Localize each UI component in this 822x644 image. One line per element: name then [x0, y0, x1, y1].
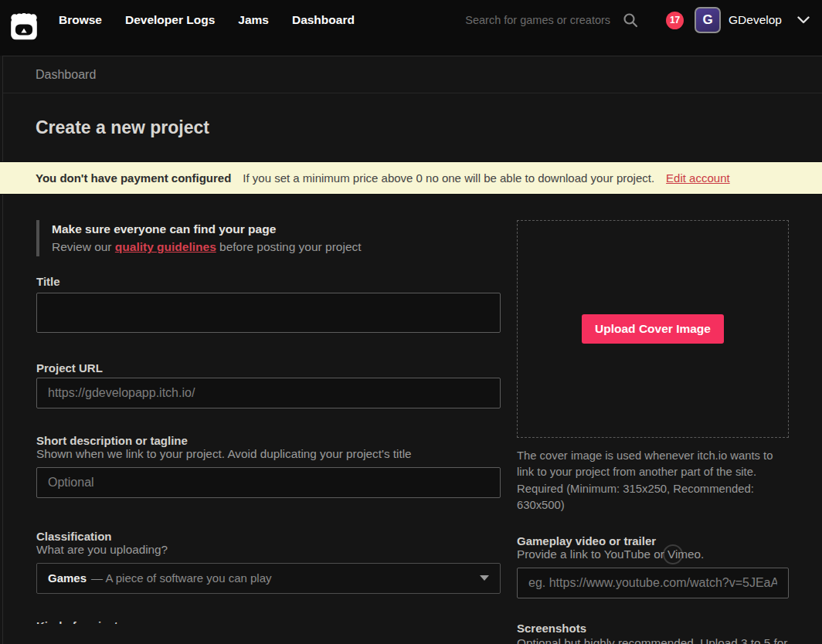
quality-note: Make sure everyone can find your page Re…	[36, 220, 501, 256]
project-url-label: Project URL	[36, 361, 501, 375]
page-title: Create a new project	[36, 117, 822, 138]
screenshots-label: Screenshots	[517, 622, 789, 635]
notification-badge[interactable]: 17	[666, 12, 684, 29]
screenshots-help: Optional but highly recommended. Upload …	[517, 636, 789, 644]
form-left-column: Make sure everyone can find your page Re…	[36, 220, 501, 644]
title-input[interactable]	[36, 293, 501, 333]
kind-of-project-section: Kind of project	[36, 619, 501, 624]
quality-note-subtitle: Review our quality guidelines before pos…	[52, 238, 501, 256]
chevron-down-icon[interactable]	[797, 16, 810, 24]
username-label[interactable]: GDevelop	[729, 13, 782, 27]
short-description-label: Short description or tagline	[36, 434, 501, 447]
edit-account-link[interactable]: Edit account	[666, 171, 730, 185]
classification-label: Classification	[36, 530, 501, 543]
short-description-input[interactable]	[36, 467, 501, 498]
quality-note-text-after: before posting your project	[216, 240, 362, 253]
classification-help: What are you uploading?	[36, 543, 501, 557]
breadcrumb-bar: Dashboard	[3, 56, 822, 93]
quality-note-title: Make sure everyone can find your page	[52, 220, 501, 238]
classification-select[interactable]: Games — A piece of software you can play	[36, 563, 501, 594]
breadcrumb[interactable]: Dashboard	[36, 68, 96, 82]
top-nav: Browse Developer Logs Jams Dashboard Sea…	[0, 0, 822, 56]
quality-guidelines-link[interactable]: quality guidelines	[115, 240, 216, 253]
search-input[interactable]: Search for games or creators	[465, 14, 610, 26]
project-url-input[interactable]	[36, 378, 501, 408]
gameplay-video-label: Gameplay video or trailer	[517, 534, 789, 547]
upload-cover-image-button[interactable]: Upload Cover Image	[582, 314, 724, 344]
classification-selected-desc: — A piece of software you can play	[91, 571, 271, 585]
avatar[interactable]: G	[695, 7, 721, 33]
gameplay-video-help-text: Provide a link to YouTube or Vimeo.	[517, 547, 704, 561]
form-right-column: Upload Cover Image The cover image is us…	[517, 220, 789, 644]
nav-item-developer-logs[interactable]: Developer Logs	[125, 13, 215, 27]
page-container: Dashboard Create a new project You don't…	[2, 56, 822, 644]
banner-text: If you set a minimum price above 0 no on…	[243, 171, 654, 185]
title-label: Title	[36, 275, 501, 288]
quality-note-text-before: Review our	[52, 240, 115, 253]
gameplay-video-input[interactable]	[517, 568, 789, 598]
nav-item-jams[interactable]: Jams	[238, 13, 269, 27]
nav-item-dashboard[interactable]: Dashboard	[292, 13, 355, 27]
gameplay-video-help: Provide a link to YouTube or Vimeo.	[517, 547, 789, 561]
classification-selected-value: Games	[48, 571, 87, 585]
nav-item-browse[interactable]: Browse	[59, 13, 102, 27]
search-icon[interactable]	[623, 12, 638, 28]
cover-image-dropzone: Upload Cover Image	[517, 220, 789, 438]
kind-of-project-label: Kind of project	[36, 619, 501, 624]
itchio-logo-icon[interactable]	[8, 10, 40, 42]
form-area: Make sure everyone can find your page Re…	[3, 195, 822, 644]
cover-image-description: The cover image is used whenever itch.io…	[517, 448, 789, 514]
short-description-help: Shown when we link to your project. Avoi…	[36, 447, 501, 461]
nav-links: Browse Developer Logs Jams Dashboard	[59, 13, 355, 27]
banner-bold-text: You don't have payment configured	[36, 171, 231, 185]
payment-warning-banner: You don't have payment configured If you…	[0, 161, 822, 195]
dropdown-caret-icon	[480, 575, 489, 581]
